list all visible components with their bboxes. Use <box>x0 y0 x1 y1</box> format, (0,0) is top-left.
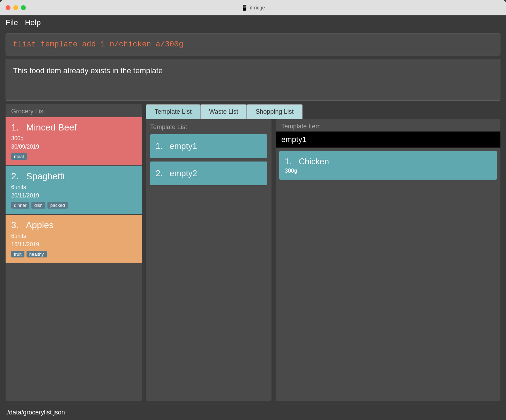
grocery-item-1-name: 1. Minced Beef <box>11 122 136 133</box>
grocery-panel: Grocery List 1. Minced Beef 300g 30/09/2… <box>6 104 142 401</box>
window-controls[interactable] <box>6 5 26 10</box>
output-area: This food item already exists in the tem… <box>6 59 500 101</box>
main-content: Grocery List 1. Minced Beef 300g 30/09/2… <box>0 104 506 401</box>
status-text: ./data/grocerylist.json <box>6 409 65 416</box>
grocery-list-scroll[interactable]: 1. Minced Beef 300g 30/09/2019 meat 2. S… <box>6 117 142 400</box>
grocery-item-1-date: 30/09/2019 <box>11 143 136 151</box>
tabs[interactable]: Template List Waste List Shopping List <box>146 104 500 119</box>
template-item-panel: Template Item empty1 1. Chicken 300g <box>276 119 500 401</box>
grocery-item-2-name: 2. Spaghetti <box>11 171 136 182</box>
tag-dish: dish <box>31 202 45 209</box>
template-food-item-1[interactable]: 1. Chicken 300g <box>279 151 497 180</box>
panels-row: Template List 1. empty1 2. empty2 Te <box>146 119 500 401</box>
tab-template-list[interactable]: Template List <box>146 104 200 119</box>
command-input[interactable] <box>13 40 493 49</box>
tag-meat: meat <box>11 153 27 160</box>
grocery-item-1-amount: 300g <box>11 134 136 143</box>
tag-packed: packed <box>47 202 68 209</box>
right-panels: Template List Waste List Shopping List T… <box>146 104 500 401</box>
template-list-panel: Template List 1. empty1 2. empty2 <box>146 119 271 401</box>
template-list-item-1-label: 1. empty1 <box>156 141 197 151</box>
minimize-button[interactable] <box>13 5 18 10</box>
tag-healthy: healthy <box>27 251 47 257</box>
menu-bar: File Help <box>0 15 506 30</box>
grocery-item-1-tags: meat <box>11 153 136 160</box>
grocery-item-3-name: 3. Apples <box>11 220 136 231</box>
menu-help[interactable]: Help <box>25 18 40 27</box>
window-title: 📱 iFridge <box>241 5 265 11</box>
grocery-item-3-date: 16/11/2019 <box>11 240 136 249</box>
template-list-item-2-label: 2. empty2 <box>156 168 197 178</box>
grocery-item-3-tags: fruit healthy <box>11 251 136 257</box>
close-button[interactable] <box>6 5 10 10</box>
tab-shopping-list[interactable]: Shopping List <box>247 104 302 119</box>
tab-waste-list[interactable]: Waste List <box>200 104 247 119</box>
template-list-item-2[interactable]: 2. empty2 <box>150 162 267 185</box>
template-food-item-1-name: 1. Chicken <box>285 157 491 166</box>
grocery-item-1[interactable]: 1. Minced Beef 300g 30/09/2019 meat <box>6 117 142 165</box>
menu-file[interactable]: File <box>6 18 18 27</box>
app-title: iFridge <box>250 5 265 10</box>
template-item-panel-title: Template Item <box>276 119 500 132</box>
grocery-item-2-tags: dinner dish packed <box>11 202 136 209</box>
grocery-item-2-date: 20/11/2019 <box>11 192 136 200</box>
template-list-panel-title: Template List <box>150 123 267 131</box>
app-icon: 📱 <box>241 5 248 11</box>
template-food-item-1-amount: 300g <box>285 168 491 174</box>
selected-template-name: empty1 <box>276 132 500 148</box>
output-message: This food item already exists in the tem… <box>13 66 163 75</box>
command-area[interactable] <box>6 33 500 55</box>
tag-dinner: dinner <box>11 202 29 209</box>
grocery-item-2[interactable]: 2. Spaghetti 6units 20/11/2019 dinner di… <box>6 166 142 214</box>
grocery-item-3[interactable]: 3. Apples 6units 16/11/2019 fruit health… <box>6 215 142 263</box>
status-bar: ./data/grocerylist.json <box>0 405 506 420</box>
grocery-item-2-amount: 6units <box>11 183 136 192</box>
template-list-item-1[interactable]: 1. empty1 <box>150 134 267 158</box>
title-bar: 📱 iFridge <box>0 0 506 15</box>
maximize-button[interactable] <box>21 5 26 10</box>
grocery-item-3-amount: 6units <box>11 232 136 240</box>
tag-fruit: fruit <box>11 251 24 257</box>
grocery-panel-title: Grocery List <box>6 104 142 117</box>
